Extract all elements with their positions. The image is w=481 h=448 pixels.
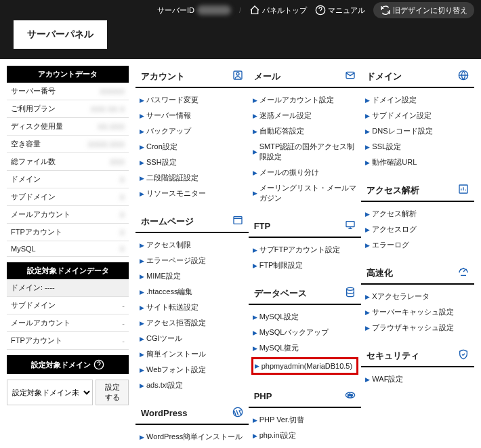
menu-item[interactable]: ▶CGIツール <box>138 331 246 346</box>
menu-item[interactable]: ▶アクセス拒否設定 <box>138 315 246 331</box>
chevron-right-icon: ▶ <box>365 113 370 119</box>
menu-item[interactable]: ▶MySQL復元 <box>251 340 359 356</box>
account-row: メールアカウントX <box>7 206 129 224</box>
panel-window: ホームページ▶アクセス制限▶エラーページ設定▶MIME設定▶.htaccess編… <box>135 211 249 403</box>
account-row: サブドメインX <box>7 188 129 206</box>
menu-item[interactable]: ▶サーバーキャッシュ設定 <box>364 304 472 320</box>
chevron-right-icon: ▶ <box>140 434 144 441</box>
panel-header: FTP <box>249 216 362 238</box>
chevron-right-icon: ▶ <box>140 242 144 249</box>
menu-item[interactable]: ▶MySQLバックアップ <box>251 325 359 340</box>
menu-item[interactable]: ▶MIME設定 <box>138 268 246 284</box>
menu-item[interactable]: ▶リソースモニター <box>138 186 246 201</box>
chevron-right-icon: ▶ <box>365 226 370 233</box>
panel-chart: アクセス解析▶アクセス解析▶アクセスログ▶エラーログ <box>361 180 474 262</box>
chevron-right-icon: ▶ <box>253 128 257 135</box>
menu-item[interactable]: ▶アクセス制限 <box>138 237 246 253</box>
menu-item[interactable]: ▶Cron設定 <box>138 139 246 155</box>
chevron-right-icon: ▶ <box>253 417 257 424</box>
menu-item[interactable]: ▶二段階認証設定 <box>138 170 246 186</box>
menu-item[interactable]: ▶WordPress簡単移行 <box>138 445 246 448</box>
chevron-right-icon: ▶ <box>365 293 370 300</box>
menu-item[interactable]: ▶ブラウザキャッシュ設定 <box>364 320 472 335</box>
menu-item[interactable]: ▶.htaccess編集 <box>138 284 246 300</box>
menu-item[interactable]: ▶メールアカウント設定 <box>251 92 359 108</box>
manual-link[interactable]: マニュアル <box>315 5 365 16</box>
set-domain-button[interactable]: 設定する <box>96 380 129 405</box>
menu-item[interactable]: ▶SSH設定 <box>138 155 246 170</box>
logo-area: サーバーパネル <box>0 20 481 59</box>
account-row: 総ファイル数XXX <box>7 153 129 171</box>
menu-item[interactable]: ▶ドメイン設定 <box>364 92 472 108</box>
account-table: サーバー番号XXXXXご利用プランXXX XX Xディスク使用量XX.XXX空き… <box>7 83 129 257</box>
menu-item[interactable]: ▶サーバー情報 <box>138 108 246 123</box>
chevron-right-icon: ▶ <box>140 289 144 296</box>
svg-rect-7 <box>346 222 354 227</box>
menu-item[interactable]: ▶動作確認URL <box>364 155 472 170</box>
menu-item[interactable]: ▶WordPress簡単インストール <box>138 429 246 445</box>
panel-mail: メール▶メールアカウント設定▶迷惑メール設定▶自動応答設定▶SMTP認証の国外ア… <box>249 66 362 216</box>
window-icon <box>232 215 243 228</box>
menu-item[interactable]: ▶Xアクセラレータ <box>364 289 472 304</box>
svg-point-3 <box>236 73 239 75</box>
menu-item[interactable]: ▶サブドメイン設定 <box>364 108 472 123</box>
menu-item[interactable]: ▶アクセス解析 <box>364 206 472 222</box>
menu-item[interactable]: ▶メーリングリスト・メールマガジン <box>251 180 359 206</box>
row-label: FTPアカウント <box>7 332 112 350</box>
row-label: 総ファイル数 <box>7 153 80 171</box>
shield-icon <box>458 349 469 362</box>
chart-icon <box>458 184 469 197</box>
svg-rect-4 <box>234 217 242 224</box>
menu-item[interactable]: ▶php.ini設定 <box>251 428 359 443</box>
help-icon <box>93 359 104 370</box>
menu-item[interactable]: ▶SMTP認証の国外アクセス制限設定 <box>251 139 359 165</box>
menu-item[interactable]: ▶FTP制限設定 <box>251 258 359 273</box>
menu-item[interactable]: ▶アクセスログ <box>364 222 472 237</box>
refresh-icon <box>380 5 391 16</box>
chevron-right-icon: ▶ <box>365 211 370 218</box>
menu-item[interactable]: ▶メールの振り分け <box>251 165 359 180</box>
menu-item[interactable]: ▶PHP Ver.切替 <box>251 412 359 428</box>
menu-item[interactable]: ▶MySQL設定 <box>251 309 359 325</box>
svg-point-8 <box>347 287 354 290</box>
chevron-right-icon: ▶ <box>365 159 370 166</box>
menu-item[interactable]: ▶ads.txt設定 <box>138 378 246 393</box>
target-domain-header: 設定対象ドメイン <box>7 355 129 374</box>
row-value: X <box>80 188 129 206</box>
chevron-right-icon: ▶ <box>365 128 370 135</box>
menu-item[interactable]: ▶Webフォント設定 <box>138 362 246 378</box>
menu-item[interactable]: ▶パスワード変更 <box>138 92 246 108</box>
menu-item[interactable]: ▶エラーページ設定 <box>138 253 246 268</box>
chevron-right-icon: ▶ <box>365 242 370 249</box>
menu-item[interactable]: ▶サブFTPアカウント設定 <box>251 242 359 258</box>
menu-item[interactable]: ▶phpmyadmin(MariaDB10.5) <box>251 357 359 375</box>
row-label: サブドメイン <box>7 188 80 206</box>
menu-item[interactable]: ▶WAF設定 <box>364 371 472 387</box>
wp-icon <box>232 407 243 420</box>
account-row: 空き容量XXXX.XXX <box>7 136 129 153</box>
menu-item[interactable]: ▶DNSレコード設定 <box>364 123 472 139</box>
chevron-right-icon: ▶ <box>140 320 144 327</box>
globe-icon <box>458 70 469 83</box>
chevron-right-icon: ▶ <box>253 148 257 155</box>
menu-item[interactable]: ▶自動応答設定 <box>251 123 359 139</box>
chevron-right-icon: ▶ <box>253 262 257 269</box>
account-row: サーバー番号XXXXX <box>7 83 129 100</box>
menu-item[interactable]: ▶サイト転送設定 <box>138 300 246 315</box>
old-design-button[interactable]: 旧デザインに切り替え <box>373 2 474 18</box>
menu-item[interactable]: ▶迷惑メール設定 <box>251 108 359 123</box>
chevron-right-icon: ▶ <box>140 258 144 264</box>
domain-row: メールアカウント- <box>7 314 129 332</box>
monitor-icon <box>345 220 356 232</box>
panel-top-link[interactable]: パネルトップ <box>249 5 307 16</box>
target-domain-select[interactable]: 設定対象ドメイン未 <box>7 380 93 405</box>
chevron-right-icon: ▶ <box>253 113 257 119</box>
chevron-right-icon: ▶ <box>140 97 144 104</box>
chevron-right-icon: ▶ <box>253 169 257 176</box>
menu-item[interactable]: ▶エラーログ <box>364 237 472 253</box>
chevron-right-icon: ▶ <box>140 304 144 311</box>
mail-icon <box>345 70 356 83</box>
menu-item[interactable]: ▶バックアップ <box>138 123 246 139</box>
menu-item[interactable]: ▶簡単インストール <box>138 346 246 362</box>
menu-item[interactable]: ▶SSL設定 <box>364 139 472 155</box>
